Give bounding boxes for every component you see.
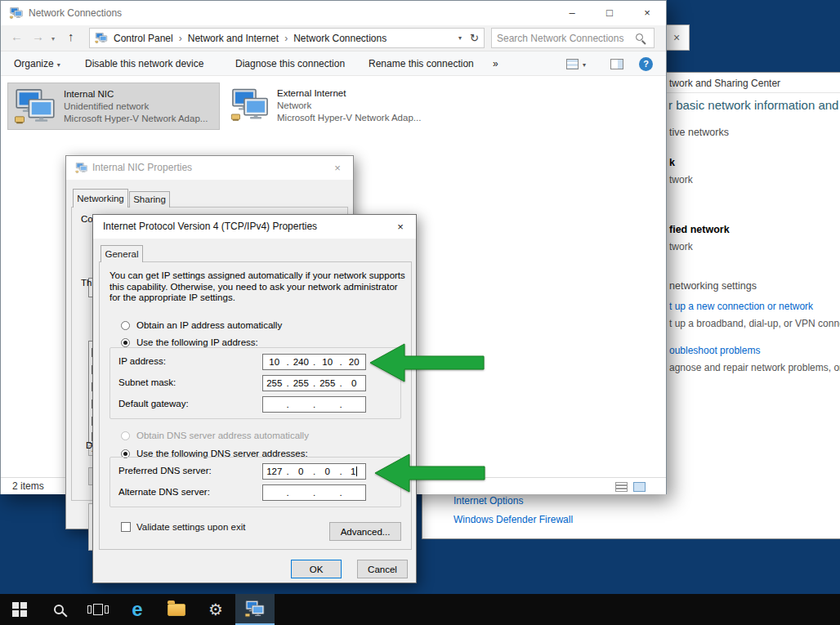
link-windows-defender-firewall[interactable]: Windows Defender Firewall xyxy=(454,514,573,525)
taskbar-internet-explorer[interactable]: e xyxy=(118,594,157,625)
organize-label: Organize xyxy=(14,58,54,69)
items-count: 2 items xyxy=(12,480,44,492)
change-view-icon[interactable] xyxy=(566,59,579,69)
tab-sharing[interactable]: Sharing xyxy=(129,191,170,208)
radio-indicator xyxy=(121,321,130,330)
tab-general[interactable]: General xyxy=(101,245,143,262)
octet: 1 xyxy=(343,467,366,476)
network-adapter-icon xyxy=(230,88,270,123)
octet: 240 xyxy=(290,357,313,367)
background-clear-search-button[interactable]: × xyxy=(664,25,690,51)
octet-dot: . xyxy=(339,488,343,498)
connection-item-external-internet[interactable]: External Internet Network Microsoft Hype… xyxy=(226,83,426,130)
radio-indicator-disabled xyxy=(121,431,130,440)
link-setup-new-connection-clipped[interactable]: t up a new connection or network xyxy=(669,301,813,312)
search-box[interactable] xyxy=(491,28,655,48)
ip-address-label: IP address: xyxy=(118,356,166,366)
close-icon[interactable]: × xyxy=(390,219,411,234)
connection-name: Internal NIC xyxy=(64,89,114,99)
toolbar-overflow-icon[interactable]: » xyxy=(493,51,498,76)
preferred-dns-field[interactable]: 127. 0. 0. 1 xyxy=(262,463,366,480)
close-button[interactable]: × xyxy=(628,1,666,25)
taskbar-search-button[interactable] xyxy=(39,594,78,625)
refresh-icon[interactable]: ↻ xyxy=(470,32,479,44)
octet-value: 1 xyxy=(351,467,355,476)
start-button[interactable] xyxy=(0,594,39,625)
search-input[interactable] xyxy=(497,29,631,47)
default-gateway-field[interactable]: . . . xyxy=(262,396,366,413)
taskbar-settings[interactable]: ⚙ xyxy=(196,594,235,625)
disable-network-device-button[interactable]: Disable this network device xyxy=(85,51,203,76)
taskbar: e ⚙ xyxy=(0,594,840,625)
taskbar-file-explorer[interactable] xyxy=(157,594,196,625)
organize-menu[interactable]: Organize▾ xyxy=(14,51,60,76)
radio-label: Obtain an IP address automatically xyxy=(136,320,282,330)
octet: 0 xyxy=(290,467,313,476)
link-troubleshoot-clipped[interactable]: oubleshoot problems xyxy=(669,345,760,356)
forward-button[interactable]: → xyxy=(32,29,44,43)
advanced-button[interactable]: Advanced... xyxy=(329,522,401,541)
link-internet-options[interactable]: Internet Options xyxy=(454,495,523,507)
cancel-button[interactable]: Cancel xyxy=(357,560,408,578)
navigation-bar: ← → ▾ ↑ Control Panel › Network and Inte… xyxy=(1,25,666,51)
network-name-clipped: k xyxy=(669,157,675,168)
title-bar: Network Connections – □ × xyxy=(1,1,666,25)
preview-pane-icon[interactable] xyxy=(610,59,623,69)
octet: 10 xyxy=(263,357,286,367)
alternate-dns-label: Alternate DNS server: xyxy=(118,487,210,497)
subnet-mask-field[interactable]: 255. 255. 255. 0 xyxy=(262,375,366,391)
details-view-icon[interactable] xyxy=(615,482,628,492)
desktop: twork and Sharing Center r basic network… xyxy=(0,0,840,625)
breadcrumb-separator-icon: › xyxy=(284,33,288,44)
close-icon[interactable]: × xyxy=(327,160,348,176)
tab-networking[interactable]: Networking xyxy=(73,189,128,208)
taskbar-network-connections-app[interactable] xyxy=(235,594,275,625)
ip-address-field[interactable]: 10. 240. 10. 20 xyxy=(262,354,366,370)
networking-settings-label-clipped: networking settings xyxy=(669,280,757,292)
search-icon[interactable] xyxy=(636,33,643,41)
back-button[interactable]: ← xyxy=(11,29,23,43)
chevron-down-icon[interactable]: ▾ xyxy=(583,61,586,69)
nsc-heading-clipped: r basic network information and xyxy=(668,98,838,112)
octet: 10 xyxy=(316,357,339,367)
task-view-button[interactable] xyxy=(78,594,118,625)
octet-dot: . xyxy=(286,400,290,409)
up-button[interactable]: ↑ xyxy=(68,29,74,43)
address-bar[interactable]: Control Panel › Network and Internet › N… xyxy=(89,28,485,48)
breadcrumb-control-panel[interactable]: Control Panel xyxy=(114,33,173,44)
dialog-title-bar: Internal NIC Properties × xyxy=(66,156,353,180)
subnet-mask-label: Subnet mask: xyxy=(118,377,176,387)
thumbnail-view-icon[interactable] xyxy=(633,482,646,492)
close-icon: × xyxy=(673,31,680,44)
octet: 255 xyxy=(263,378,286,388)
maximize-button[interactable]: □ xyxy=(591,1,628,25)
address-dropdown-icon[interactable]: ▾ xyxy=(458,34,462,42)
validate-settings-checkbox[interactable]: Validate settings upon exit xyxy=(121,522,245,532)
breadcrumb-network-and-internet[interactable]: Network and Internet xyxy=(188,33,279,44)
text-caret xyxy=(356,467,357,476)
octet-dot: . xyxy=(312,400,316,409)
radio-indicator-selected xyxy=(121,338,130,347)
ok-button[interactable]: OK xyxy=(291,560,342,578)
dialog-title: Internet Protocol Version 4 (TCP/IPv4) P… xyxy=(103,215,317,239)
intro-text: You can get IP settings assigned automat… xyxy=(109,270,405,304)
breadcrumb-separator-icon: › xyxy=(179,33,182,44)
breadcrumb-network-connections[interactable]: Network Connections xyxy=(293,33,386,44)
rename-connection-button[interactable]: Rename this connection xyxy=(369,51,474,76)
octet: 0 xyxy=(316,467,339,476)
octet-dot: . xyxy=(339,400,343,409)
recent-locations-dropdown-icon[interactable]: ▾ xyxy=(51,35,55,42)
minimize-button[interactable]: – xyxy=(553,1,591,25)
help-icon[interactable]: ? xyxy=(639,57,653,71)
octet: 255 xyxy=(290,378,313,388)
diagnose-connection-button[interactable]: Diagnose this connection xyxy=(235,51,345,76)
gear-icon: ⚙ xyxy=(208,601,223,618)
octet-dot: . xyxy=(286,488,290,498)
network-adapter-icon xyxy=(13,89,57,125)
windows-logo-icon xyxy=(12,602,27,617)
alternate-dns-field[interactable]: . . . xyxy=(262,484,366,501)
ipv4-properties-dialog: Internet Protocol Version 4 (TCP/IPv4) P… xyxy=(92,214,417,583)
default-gateway-label: Default gateway: xyxy=(118,399,189,408)
connection-item-internal-nic[interactable]: Internal NIC Unidentified network Micros… xyxy=(7,83,220,130)
chevron-down-icon: ▾ xyxy=(57,61,60,69)
